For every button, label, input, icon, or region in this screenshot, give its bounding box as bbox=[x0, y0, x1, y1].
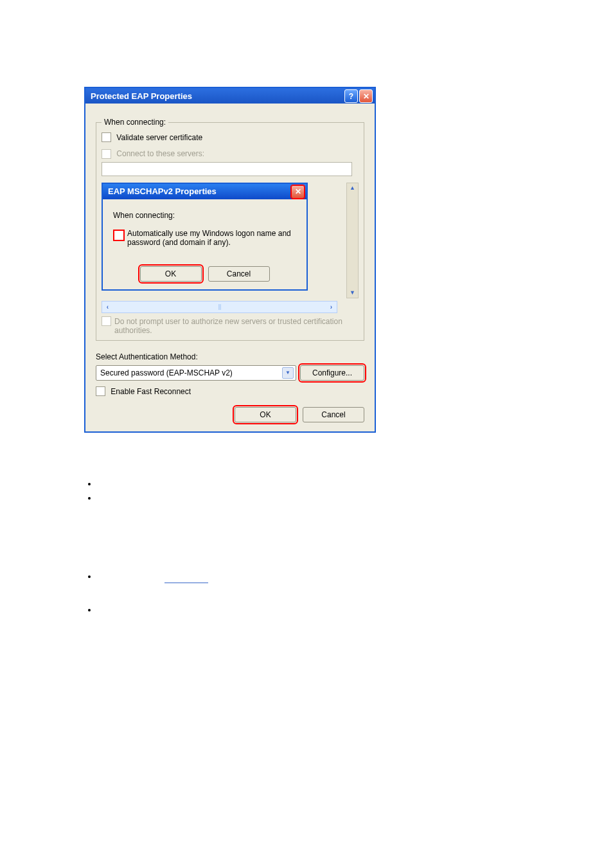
scroll-up-icon[interactable]: ▲ bbox=[348, 183, 357, 193]
inner-dialog-title: EAP MSCHAPv2 Properties bbox=[108, 186, 217, 196]
title-controls: ? ✕ bbox=[344, 89, 373, 103]
inner-body: When connecting: Automatically use my Wi… bbox=[103, 199, 306, 289]
ok-button[interactable]: OK bbox=[235, 407, 296, 422]
vertical-scrollbar[interactable]: ▲ ▼ bbox=[346, 183, 359, 298]
fast-reconnect-row[interactable]: Enable Fast Reconnect bbox=[96, 387, 364, 397]
auth-method-combo[interactable]: Secured password (EAP-MSCHAP v2) ▼ bbox=[96, 365, 296, 381]
inner-button-row: OK Cancel bbox=[113, 266, 296, 282]
when-connecting-label: When connecting: bbox=[102, 118, 168, 127]
connect-servers-checkbox bbox=[102, 149, 111, 159]
noprompt-label: Do not prompt user to authorize new serv… bbox=[114, 317, 346, 335]
noprompt-row: Do not prompt user to authorize new serv… bbox=[102, 317, 359, 335]
connect-servers-label: Connect to these servers: bbox=[116, 149, 204, 158]
configure-button[interactable]: Configure... bbox=[300, 365, 364, 381]
titlebar[interactable]: Protected EAP Properties ? ✕ bbox=[85, 88, 375, 104]
mschapv2-dialog: EAP MSCHAPv2 Properties ✕ When connectin… bbox=[102, 183, 308, 291]
scroll-right-icon[interactable]: › bbox=[326, 302, 337, 312]
scroll-down-icon[interactable]: ▼ bbox=[348, 288, 357, 298]
bullet-list bbox=[84, 479, 97, 619]
auto-logon-row[interactable]: Automatically use my Windows logon name … bbox=[113, 229, 296, 247]
inner-titlebar[interactable]: EAP MSCHAPv2 Properties ✕ bbox=[103, 184, 306, 199]
cancel-button[interactable]: Cancel bbox=[303, 407, 364, 422]
dialog-body: When connecting: Validate server certifi… bbox=[85, 104, 375, 431]
auto-logon-label: Automatically use my Windows logon name … bbox=[127, 229, 296, 247]
connect-servers-row: Connect to these servers: bbox=[102, 149, 359, 176]
auto-logon-checkbox[interactable] bbox=[113, 230, 125, 241]
fast-reconnect-checkbox[interactable] bbox=[96, 386, 105, 396]
chevron-down-icon[interactable]: ▼ bbox=[282, 367, 294, 379]
inner-area: EAP MSCHAPv2 Properties ✕ When connectin… bbox=[102, 179, 359, 298]
inner-title-controls: ✕ bbox=[291, 185, 305, 199]
bottom-button-row: OK Cancel bbox=[96, 407, 364, 422]
validate-server-label: Validate server certificate bbox=[116, 133, 202, 142]
inner-close-icon[interactable]: ✕ bbox=[291, 185, 305, 199]
dialog-title: Protected EAP Properties bbox=[91, 91, 192, 101]
scroll-grip-icon: ||| bbox=[218, 303, 220, 310]
auth-row: Secured password (EAP-MSCHAP v2) ▼ Confi… bbox=[96, 365, 364, 381]
validate-server-checkbox[interactable] bbox=[102, 132, 111, 142]
scroll-left-icon[interactable]: ‹ bbox=[102, 302, 113, 312]
link-underline bbox=[164, 583, 208, 583]
fast-reconnect-label: Enable Fast Reconnect bbox=[111, 387, 191, 396]
noprompt-checkbox bbox=[102, 316, 111, 326]
auth-method-label: Select Authentication Method: bbox=[96, 352, 364, 361]
inner-when-connecting-label: When connecting: bbox=[113, 211, 296, 220]
protected-eap-dialog: Protected EAP Properties ? ✕ When connec… bbox=[84, 87, 376, 433]
auth-method-value: Secured password (EAP-MSCHAP v2) bbox=[100, 368, 233, 377]
inner-cancel-button[interactable]: Cancel bbox=[208, 266, 270, 282]
inner-ok-button[interactable]: OK bbox=[140, 266, 202, 282]
when-connecting-group: When connecting: Validate server certifi… bbox=[96, 118, 364, 341]
close-icon[interactable]: ✕ bbox=[359, 89, 373, 103]
help-icon[interactable]: ? bbox=[344, 89, 358, 103]
validate-server-row[interactable]: Validate server certificate bbox=[102, 133, 359, 143]
servers-input bbox=[102, 162, 352, 176]
horizontal-scrollbar[interactable]: ‹ ||| › bbox=[102, 301, 337, 313]
